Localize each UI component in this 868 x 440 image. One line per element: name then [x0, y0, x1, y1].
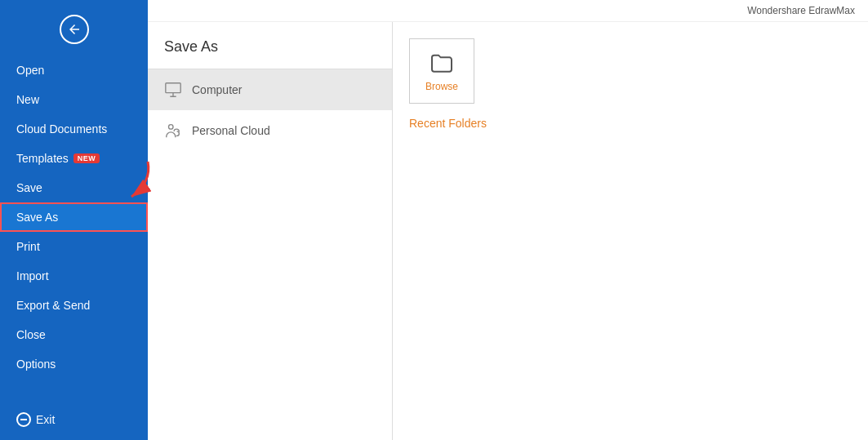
- sidebar-item-open[interactable]: Open: [0, 56, 148, 85]
- topbar: Wondershare EdrawMax: [148, 0, 868, 22]
- brand-label: Wondershare EdrawMax: [747, 5, 855, 16]
- sidebar-item-options-label: Options: [16, 358, 56, 371]
- page-area: Save As Computer Personal Cloud: [148, 22, 868, 440]
- sidebar-item-save-label: Save: [16, 181, 42, 194]
- sidebar-item-cloud-documents-label: Cloud Documents: [16, 122, 107, 136]
- location-personal-cloud-label: Personal Cloud: [192, 124, 270, 137]
- browse-label: Browse: [425, 81, 458, 92]
- sidebar-item-cloud-documents[interactable]: Cloud Documents: [0, 114, 148, 144]
- sidebar-item-save[interactable]: Save: [0, 173, 148, 202]
- save-as-title: Save As: [148, 38, 392, 69]
- location-computer[interactable]: Computer: [148, 69, 392, 110]
- sidebar-item-print[interactable]: Print: [0, 232, 148, 261]
- back-circle[interactable]: [60, 15, 89, 44]
- sidebar-item-close[interactable]: Close: [0, 320, 148, 349]
- back-button[interactable]: [0, 0, 148, 56]
- folder-icon: [429, 50, 455, 76]
- sidebar-item-open-label: Open: [16, 64, 44, 77]
- right-panel: Browse Recent Folders: [393, 22, 868, 440]
- back-icon: [67, 22, 82, 37]
- sidebar-item-print-label: Print: [16, 240, 40, 253]
- svg-point-2: [169, 125, 174, 130]
- sidebar-item-options[interactable]: Options: [0, 349, 148, 379]
- sidebar-item-import[interactable]: Import: [0, 261, 148, 291]
- sidebar-item-new[interactable]: New: [0, 85, 148, 114]
- sidebar-item-exit-label: Exit: [36, 413, 55, 426]
- sidebar-item-exit[interactable]: Exit: [0, 404, 148, 440]
- location-computer-label: Computer: [192, 83, 242, 96]
- sidebar-item-templates[interactable]: Templates NEW: [0, 144, 148, 173]
- sidebar: Open New Cloud Documents Templates NEW S…: [0, 0, 148, 440]
- sidebar-item-export-send[interactable]: Export & Send: [0, 291, 148, 320]
- sidebar-item-export-send-label: Export & Send: [16, 299, 90, 312]
- browse-button[interactable]: Browse: [409, 38, 474, 104]
- left-panel: Save As Computer Personal Cloud: [148, 22, 393, 440]
- sidebar-item-import-label: Import: [16, 269, 49, 282]
- svg-rect-1: [166, 83, 180, 93]
- sidebar-item-save-as[interactable]: Save As: [0, 202, 148, 232]
- personal-cloud-icon: [164, 122, 182, 140]
- recent-folders-title: Recent Folders: [409, 117, 852, 130]
- main-content: Wondershare EdrawMax Save As Computer: [148, 0, 868, 440]
- location-personal-cloud[interactable]: Personal Cloud: [148, 110, 392, 151]
- sidebar-item-close-label: Close: [16, 328, 46, 341]
- exit-icon: [16, 412, 31, 427]
- computer-icon: [164, 81, 182, 99]
- sidebar-item-new-label: New: [16, 93, 39, 106]
- sidebar-item-save-as-label: Save As: [16, 211, 58, 224]
- new-badge: NEW: [73, 153, 100, 163]
- sidebar-item-templates-label: Templates: [16, 152, 69, 165]
